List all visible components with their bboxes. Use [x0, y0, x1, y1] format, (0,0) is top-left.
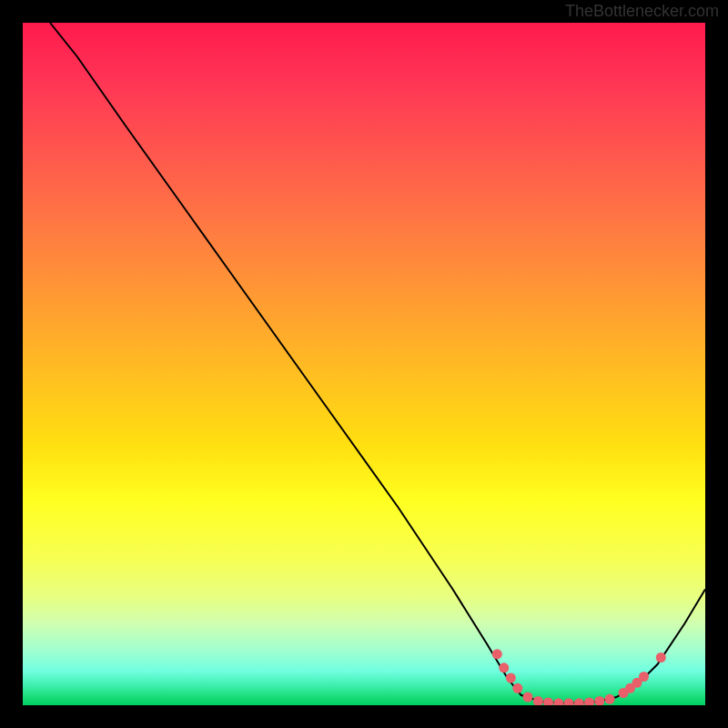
data-marker — [639, 672, 649, 682]
data-marker — [594, 696, 604, 705]
data-marker — [574, 698, 584, 705]
data-marker — [553, 698, 563, 705]
data-marker — [492, 649, 502, 659]
data-marker — [523, 693, 533, 703]
data-marker — [506, 673, 516, 683]
data-marker — [543, 698, 553, 706]
data-marker — [656, 652, 666, 662]
data-marker — [512, 683, 522, 693]
chart-plot-area — [23, 23, 705, 705]
attribution-text: TheBottlenecker.com — [565, 2, 719, 21]
data-marker — [584, 698, 594, 706]
data-marker — [533, 696, 543, 705]
data-marker — [564, 698, 574, 705]
data-markers — [492, 649, 666, 705]
data-marker — [499, 662, 509, 672]
bottleneck-curve — [50, 23, 705, 703]
chart-svg — [23, 23, 705, 705]
data-marker — [605, 694, 615, 704]
